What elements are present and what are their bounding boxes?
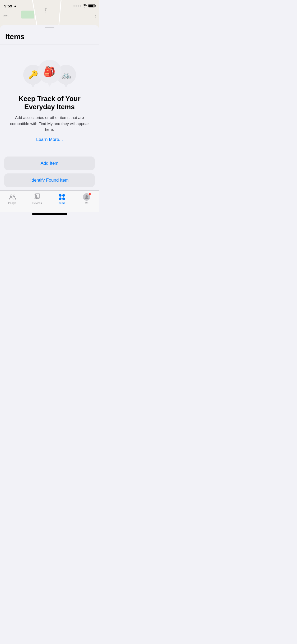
tab-devices-label: Devices (32, 202, 42, 205)
backpack-pin-bubble: 🎒 (38, 60, 62, 84)
status-icons (73, 4, 95, 7)
learn-more-link[interactable]: Learn More... (36, 137, 63, 142)
svg-point-5 (86, 195, 88, 197)
key-emoji: 🔑 (28, 71, 38, 79)
tab-devices[interactable]: Devices (25, 193, 50, 205)
tab-people-label: People (8, 202, 16, 205)
tab-me-label: Me (85, 202, 88, 205)
tab-items-label: Items (59, 202, 65, 205)
tab-me[interactable]: Me (74, 193, 99, 205)
tab-people[interactable]: People (0, 193, 25, 205)
backpack-emoji: 🎒 (44, 67, 55, 76)
page-title: Items (5, 33, 94, 41)
tab-bar: People Devices (0, 190, 99, 212)
home-indicator (32, 213, 67, 215)
status-time: 9:59 ▲ (4, 4, 17, 8)
notification-badge (88, 193, 91, 195)
svg-rect-3 (34, 195, 36, 199)
signal-icon (73, 5, 81, 7)
headline-text: Keep Track of Your Everyday Items (5, 95, 94, 111)
content-area: 🔑 🎒 🚲 Keep Track of Your Everyday Items … (0, 44, 99, 157)
svg-point-1 (13, 195, 15, 197)
sheet-header: Items (0, 28, 99, 44)
me-icon (83, 193, 90, 201)
wifi-icon (83, 4, 87, 7)
people-icon (9, 193, 16, 201)
status-bar: 9:59 ▲ (0, 0, 99, 12)
map-label-3: Av... (95, 14, 97, 18)
identify-found-item-button[interactable]: Identify Found Item (4, 173, 95, 187)
bottom-actions: Add Item Identify Found Item (0, 157, 99, 190)
devices-icon (34, 193, 41, 201)
bottom-sheet: Items 🔑 🎒 🚲 Keep Track of Your Everyday … (0, 25, 99, 215)
add-item-button[interactable]: Add Item (4, 157, 95, 170)
items-icon (58, 193, 65, 201)
location-arrow-icon: ▲ (14, 4, 17, 7)
subtext: Add accessories or other items that are … (5, 115, 94, 133)
map-label-1: Secu... (3, 15, 9, 17)
tab-items[interactable]: Items (50, 193, 74, 205)
battery-icon (88, 4, 95, 7)
svg-point-0 (10, 195, 12, 197)
icon-group: 🔑 🎒 🚲 (23, 52, 76, 87)
bicycle-emoji: 🚲 (61, 71, 71, 79)
